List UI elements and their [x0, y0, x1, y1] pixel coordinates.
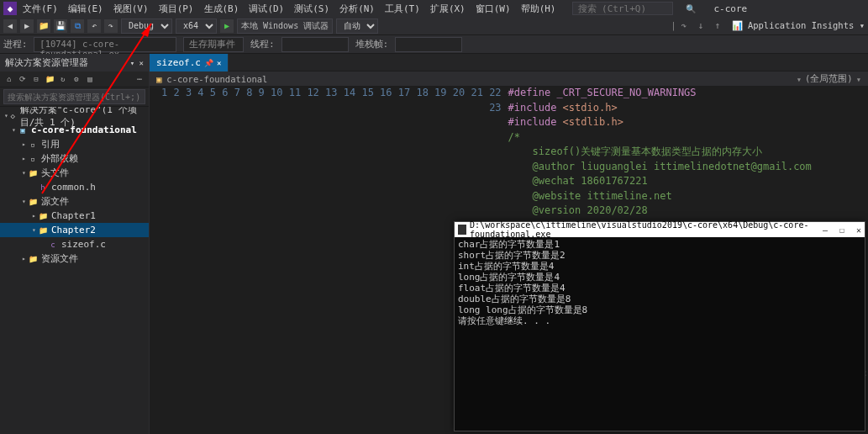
minimize-icon[interactable]: —: [823, 225, 828, 235]
references-node[interactable]: ▸▫引用: [0, 137, 149, 151]
save-all-icon[interactable]: ⧉: [71, 19, 84, 33]
step-over-icon[interactable]: ↷: [681, 20, 693, 32]
menu-test[interactable]: 测试(S): [290, 1, 334, 17]
nav-fwd-icon[interactable]: ▶: [20, 19, 34, 33]
external-deps-node[interactable]: ▸▫外部依赖: [0, 151, 149, 166]
save-icon[interactable]: 💾: [54, 19, 67, 33]
references-icon: ▫: [28, 140, 38, 150]
scope-project[interactable]: c-core-foundational: [166, 74, 267, 84]
headers-folder[interactable]: ▾📁头文件: [0, 166, 149, 180]
auto-select[interactable]: 自动: [336, 19, 378, 34]
menu-tools[interactable]: 工具(T): [381, 1, 424, 17]
source-file[interactable]: csizeof.c: [0, 237, 149, 251]
editor-tabs: sizeof.c📌✕: [150, 54, 868, 71]
project-icon: ▣: [18, 125, 28, 135]
menu-project[interactable]: 项目(P): [155, 1, 198, 17]
explorer-search-input[interactable]: [3, 89, 145, 104]
nav-back-icon[interactable]: ◀: [3, 19, 17, 33]
project-node[interactable]: ▾▣c-core-foundational: [0, 123, 149, 137]
stack-field[interactable]: [395, 37, 462, 52]
process-label: 进程:: [3, 39, 27, 50]
chapter1-folder[interactable]: ▸📁Chapter1: [0, 209, 149, 223]
menu-help[interactable]: 帮助(H): [517, 1, 560, 17]
header-file[interactable]: hcommon.h: [0, 180, 149, 194]
resources-folder[interactable]: ▸📁资源文件: [0, 251, 149, 266]
scope-global[interactable]: (全局范围): [805, 73, 853, 85]
debug-toolbar: 进程: [10744] c-core-foundational.ex… 生存期事…: [0, 35, 868, 54]
folder-icon: 📁: [38, 211, 48, 221]
props-icon[interactable]: ⚙: [71, 73, 82, 85]
view-icon[interactable]: ▤: [84, 73, 96, 85]
close-icon[interactable]: ✕: [217, 59, 221, 67]
sync-icon[interactable]: ⟳: [17, 73, 29, 85]
menu-ext[interactable]: 扩展(X): [426, 1, 470, 17]
open-icon[interactable]: 📁: [37, 19, 50, 33]
process-field[interactable]: [10744] c-core-foundational.ex…: [34, 37, 176, 52]
panel-title: 解决方案资源管理器: [5, 56, 88, 69]
folder-icon: 📁: [28, 168, 38, 178]
search-icon: 🔍: [681, 3, 700, 15]
file-type-icon: ▣: [156, 74, 161, 84]
folder-icon: 📁: [38, 225, 48, 236]
menu-edit[interactable]: 编辑(E): [64, 1, 108, 17]
run-icon[interactable]: ▶: [220, 19, 234, 33]
sources-folder[interactable]: ▾📁源文件: [0, 194, 149, 209]
config-select[interactable]: Debug: [121, 19, 172, 34]
app-insights[interactable]: 📊 Application Insights ▾: [732, 20, 865, 31]
redo-icon[interactable]: ↷: [104, 19, 118, 33]
tab-sizeof[interactable]: sizeof.c📌✕: [150, 54, 229, 71]
menu-build[interactable]: 生成(B): [200, 1, 244, 17]
thread-field[interactable]: [281, 37, 349, 52]
menu-file[interactable]: 文件(F): [18, 1, 62, 17]
folder-icon: 📁: [28, 197, 38, 207]
console-window[interactable]: D:\workspace\c\ittimeline\visualstudio20…: [454, 221, 865, 431]
solution-name: c-core: [710, 2, 752, 16]
c-file-icon: c: [48, 240, 58, 250]
solution-node[interactable]: ▾◇解决方案"c-core"(1 个项目/共 1 个): [0, 108, 149, 123]
pin-icon[interactable]: 📌: [204, 59, 213, 67]
lifecycle-tab[interactable]: 生存期事件: [183, 37, 244, 52]
platform-select[interactable]: x64: [176, 19, 217, 34]
exe-icon: [458, 225, 466, 235]
nav-bar: ▣ c-core-foundational ▾(全局范围)▾: [150, 71, 868, 86]
menu-bar: ◆ 文件(F) 编辑(E) 视图(V) 项目(P) 生成(B) 调试(D) 测试…: [0, 0, 868, 17]
panel-dropdown-icon[interactable]: ▾ ✕: [130, 59, 144, 67]
global-search-input[interactable]: [572, 2, 673, 15]
deps-icon: ▫: [28, 154, 38, 164]
close-window-icon[interactable]: ✕: [856, 225, 861, 235]
stack-label: 堆栈帧:: [355, 39, 388, 50]
menu-analyze[interactable]: 分析(N): [335, 1, 379, 17]
step-out-icon[interactable]: ↑: [715, 20, 727, 32]
h-file-icon: h: [38, 183, 48, 193]
maximize-icon[interactable]: ☐: [839, 225, 844, 235]
thread-label: 线程:: [250, 39, 274, 50]
menu-window[interactable]: 窗口(W): [471, 1, 515, 17]
console-titlebar[interactable]: D:\workspace\c\ittimeline\visualstudio20…: [455, 222, 865, 237]
console-title-text: D:\workspace\c\ittimeline\visualstudio20…: [470, 220, 823, 239]
main-toolbar: ◀ ▶ 📁 💾 ⧉ ↶ ↷ Debug x64 ▶ 本地 Windows 调试器…: [0, 17, 868, 35]
home-icon[interactable]: ⌂: [3, 73, 15, 85]
menu-debug[interactable]: 调试(D): [245, 1, 288, 17]
explorer-toolbar: ⌂ ⟳ ⊟ 📁 ↻ ⚙ ▤ ⋯: [0, 71, 149, 87]
more-icon[interactable]: ⋯: [134, 73, 145, 85]
refresh-icon[interactable]: ↻: [57, 73, 69, 85]
chapter2-folder[interactable]: ▾📁Chapter2: [0, 223, 149, 237]
collapse-icon[interactable]: ⊟: [30, 73, 42, 85]
solution-explorer: 解决方案资源管理器 ▾ ✕ ⌂ ⟳ ⊟ 📁 ↻ ⚙ ▤ ⋯ ▾◇解决方案"c-c…: [0, 54, 150, 434]
console-output: char占据的字节数量是1 short占据的字节数量是2 int占据的字节数量是…: [455, 237, 865, 431]
folder-icon: 📁: [28, 254, 38, 264]
undo-icon[interactable]: ↶: [87, 19, 101, 33]
show-all-icon[interactable]: 📁: [44, 73, 55, 85]
solution-tree[interactable]: ▾◇解决方案"c-core"(1 个项目/共 1 个) ▾▣c-core-fou…: [0, 107, 149, 434]
solution-icon: ◇: [9, 111, 17, 121]
menu-view[interactable]: 视图(V): [109, 1, 153, 17]
run-target[interactable]: 本地 Windows 调试器: [237, 19, 333, 34]
vs-logo-icon: ◆: [3, 2, 17, 15]
step-into-icon[interactable]: ↓: [698, 20, 710, 32]
